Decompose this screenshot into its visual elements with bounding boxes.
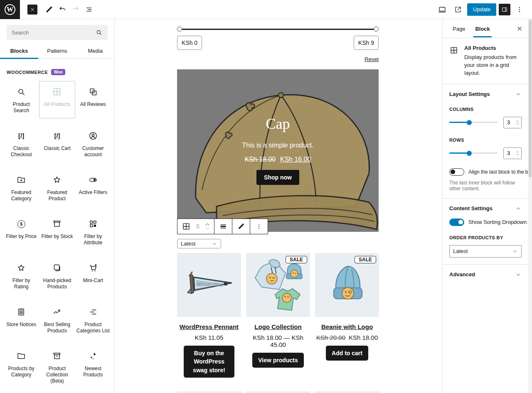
trending-up-icon (52, 307, 62, 317)
close-icon[interactable] (27, 5, 37, 15)
price-max-box[interactable]: KSh 9 (354, 36, 379, 50)
options-kebab-icon[interactable] (252, 219, 266, 234)
price-slider-handle-max[interactable] (374, 27, 379, 32)
layout-settings-header[interactable]: Layout Settings (449, 84, 522, 104)
beanie-product-image[interactable]: SALE (315, 253, 379, 317)
block-featured-category[interactable]: Featured Category (3, 169, 39, 206)
columns-value-field[interactable] (504, 119, 514, 125)
wordpress-logo[interactable]: W (0, 0, 20, 19)
update-button[interactable]: Update (467, 3, 496, 16)
featured-old-price: KSh 18.00 (245, 156, 276, 163)
align-last-block-toggle[interactable] (449, 168, 464, 176)
rows-stepper[interactable] (514, 150, 521, 156)
folder-star-icon (16, 174, 26, 185)
block-mini-cart[interactable]: Mini-Cart (75, 257, 111, 295)
tab-patterns[interactable]: Patterns (38, 42, 76, 59)
block-featured-product[interactable]: Featured Product (39, 169, 75, 206)
grid-icon (52, 86, 62, 97)
product-image[interactable]: SALE (246, 391, 310, 393)
tab-media[interactable]: Media (76, 42, 114, 59)
block-active-filters[interactable]: Active Filters (75, 169, 111, 206)
logo-collection-product-image[interactable]: SALE (246, 253, 310, 317)
block-customer-account[interactable]: Customer account (75, 125, 111, 162)
block-store-notices[interactable]: Store Notices (3, 301, 39, 339)
order-products-select[interactable]: Latest (449, 245, 522, 258)
list-view-icon[interactable] (82, 3, 96, 16)
columns-slider-handle[interactable] (467, 120, 472, 125)
advanced-panel-header[interactable]: Advanced (443, 265, 528, 285)
block-hand-picked-products[interactable]: Hand-picked Products (39, 257, 75, 295)
sort-dropdown[interactable]: Latest (177, 239, 221, 248)
scrollbar-track[interactable] (528, 19, 532, 393)
edit-pencil-icon[interactable] (234, 219, 248, 234)
editor-top-bar: W Update (0, 0, 532, 19)
undo-icon[interactable] (56, 3, 69, 16)
show-sorting-toggle[interactable] (449, 219, 464, 226)
price-reset-link[interactable]: Reset (365, 56, 379, 62)
buy-external-button[interactable]: Buy on the WordPress swag store! (184, 346, 234, 378)
search-input[interactable] (7, 25, 108, 40)
woocommerce-section-label: WOOCOMMERCE (7, 70, 48, 75)
block-product-collection[interactable]: Product Collection (Beta) (39, 345, 75, 389)
tab-block[interactable]: Block (470, 20, 495, 37)
edit-pencil-icon[interactable] (42, 3, 56, 16)
shop-now-button[interactable]: Shop now (256, 170, 299, 185)
rows-value-field[interactable] (504, 150, 514, 156)
scrollbar-thumb[interactable] (529, 20, 532, 177)
price-filter-slider[interactable] (177, 27, 379, 32)
product-price: KSh 18.00 — KSh 45.00 (246, 334, 310, 348)
product-name[interactable]: WordPress Pennant (177, 323, 241, 330)
block-newest-products[interactable]: Newest Products (75, 345, 111, 389)
columns-label: COLUMNS (449, 107, 522, 112)
align-icon[interactable] (216, 219, 230, 234)
columns-slider[interactable] (449, 122, 498, 123)
tab-blocks[interactable]: Blocks (0, 42, 38, 59)
options-kebab-icon[interactable] (513, 3, 526, 16)
add-to-cart-button[interactable]: Add to cart (326, 346, 368, 361)
move-up-icon[interactable] (204, 222, 211, 226)
settings-panel-icon[interactable] (499, 4, 510, 15)
block-classic-cart[interactable]: [/] Classic Cart (39, 125, 75, 162)
search-field[interactable] (12, 29, 95, 36)
product-image[interactable] (177, 391, 241, 393)
block-filter-by-rating[interactable]: Filter by Rating (3, 257, 39, 295)
settings-tabs: Page Block (443, 19, 528, 38)
price-slider-handle-min[interactable] (177, 27, 182, 32)
product-image[interactable] (315, 391, 379, 393)
block-filter-by-attribute[interactable]: Filter by Attribute (75, 213, 111, 251)
cart-icon (88, 263, 98, 273)
block-best-selling-products[interactable]: Best Selling Products (39, 301, 75, 339)
block-product-categories-list[interactable]: Product Categories List (75, 301, 111, 339)
block-grid: Product Search All Products All Reviews … (0, 78, 114, 393)
show-sorting-label: Show Sorting Dropdown (468, 219, 527, 225)
close-icon[interactable] (516, 25, 523, 32)
preview-desktop-icon[interactable] (436, 3, 449, 16)
rows-slider[interactable] (449, 152, 498, 154)
box-icon (52, 219, 62, 229)
content-settings-header[interactable]: Content Settings (449, 199, 522, 219)
drag-handle-icon[interactable] (193, 219, 202, 234)
chevron-down-icon (212, 241, 217, 247)
tab-page[interactable]: Page (448, 20, 470, 37)
columns-stepper[interactable] (514, 120, 521, 125)
settings-sidebar: Page Block All Products Display products… (442, 19, 528, 393)
block-all-products[interactable]: All Products (39, 81, 75, 118)
block-classic-checkout[interactable]: [/] Classic Checkout (3, 125, 39, 162)
product-name[interactable]: Logo Collection (246, 323, 310, 330)
block-product-search[interactable]: Product Search (3, 81, 39, 118)
rows-slider-handle[interactable] (467, 151, 472, 156)
block-all-reviews[interactable]: All Reviews (75, 81, 111, 118)
block-filter-by-price[interactable]: $ Filter by Price (3, 213, 39, 251)
move-down-icon[interactable] (204, 226, 211, 231)
pennant-product-image[interactable]: WORDPRESS (177, 253, 241, 317)
view-products-button[interactable]: View products (252, 353, 303, 368)
block-type-grid-icon[interactable] (179, 219, 193, 234)
product-name[interactable]: Beanie with Logo (315, 323, 379, 330)
price-min-box[interactable]: KSh 0 (177, 36, 202, 50)
redo-icon[interactable] (69, 3, 82, 16)
block-filter-by-stock[interactable]: Filter by Stock (39, 213, 75, 251)
block-products-by-category[interactable]: Products by Category (3, 345, 39, 389)
rows-label: ROWS (449, 138, 522, 142)
view-external-icon[interactable] (451, 3, 465, 16)
featured-product-block[interactable]: Cap This is a simple product. KSh 18.00 … (177, 69, 379, 232)
